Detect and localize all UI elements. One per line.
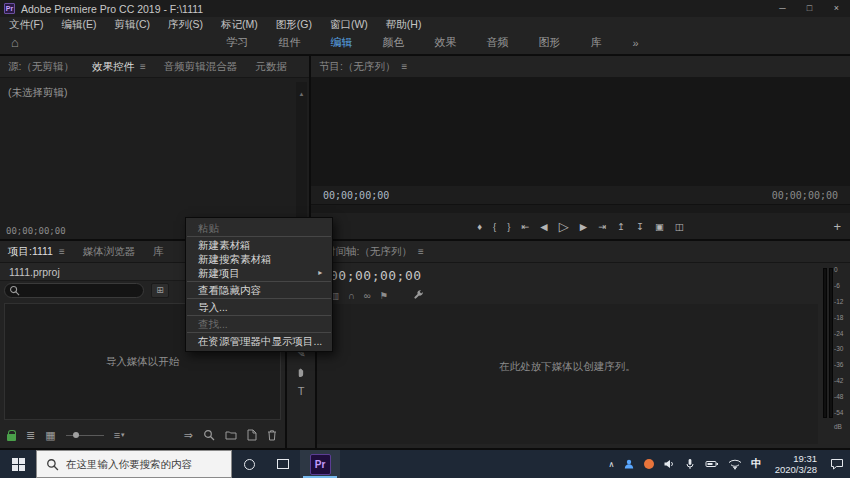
menu-help[interactable]: 帮助(H) — [377, 17, 431, 31]
program-scrubber[interactable] — [311, 204, 850, 213]
go-to-in-button[interactable]: ⇤ — [521, 221, 529, 232]
taskbar-search-box[interactable] — [36, 450, 232, 478]
hidden-icons-chevron[interactable]: ∧ — [608, 460, 614, 469]
panel-menu-icon[interactable]: ≡ — [59, 246, 65, 257]
snap-toggle[interactable]: ∩ — [348, 290, 355, 301]
context-item-reveal-in-explorer[interactable]: 在资源管理器中显示项目... — [186, 334, 332, 348]
lock-icon[interactable] — [7, 434, 16, 441]
microphone-icon[interactable] — [684, 458, 696, 470]
cortana-button[interactable] — [232, 450, 266, 478]
tab-audio-clip-mixer[interactable]: 音频剪辑混合器 — [164, 60, 238, 74]
taskbar-search-input[interactable] — [66, 458, 226, 470]
home-icon[interactable]: ⌂ — [11, 35, 19, 50]
menu-graphics[interactable]: 图形(G) — [267, 17, 321, 31]
speaker-icon[interactable] — [663, 458, 675, 470]
workspace-tab-editing[interactable]: 编辑 — [315, 35, 367, 50]
play-button[interactable]: ▷ — [559, 219, 569, 234]
workspace-tab-effects[interactable]: 效果 — [419, 35, 471, 50]
source-timecode[interactable]: 00;00;00;00 — [6, 226, 66, 236]
menu-sequence[interactable]: 序列(S) — [159, 17, 212, 31]
battery-icon[interactable] — [705, 459, 719, 469]
new-item-button[interactable] — [247, 429, 257, 441]
new-search-bin-from-query-button[interactable]: ⊞ — [151, 283, 169, 298]
action-center-icon[interactable] — [830, 458, 844, 470]
menu-markers[interactable]: 标记(M) — [212, 17, 267, 31]
zoom-slider[interactable] — [66, 435, 104, 436]
automate-to-sequence-button[interactable]: ⇒ — [184, 430, 193, 441]
mark-out-button[interactable]: } — [507, 221, 510, 232]
workspace-tab-graphics[interactable]: 图形 — [523, 35, 575, 50]
task-view-button[interactable] — [266, 450, 300, 478]
tab-media-browser[interactable]: 媒体浏览器 — [83, 245, 136, 259]
menu-clip[interactable]: 剪辑(C) — [105, 17, 159, 31]
workspace-overflow-icon[interactable]: » — [632, 37, 638, 49]
linked-selection-toggle[interactable]: ∞ — [364, 290, 371, 301]
menu-window[interactable]: 窗口(W) — [321, 17, 377, 31]
workspace-tab-assembly[interactable]: 组件 — [263, 35, 315, 50]
icon-view-button[interactable]: ▦ — [45, 430, 55, 441]
tab-program-monitor[interactable]: 节目:（无序列） — [319, 60, 395, 74]
step-back-button[interactable]: ◀ — [540, 221, 547, 232]
close-button[interactable]: × — [823, 0, 850, 17]
scrollbar[interactable]: ▲ — [296, 82, 307, 221]
context-item-new-bin[interactable]: 新建素材箱 — [186, 238, 332, 252]
timeline-track-area[interactable]: 在此处放下媒体以创建序列。 — [317, 304, 818, 444]
contacts-icon[interactable] — [623, 458, 635, 470]
program-info-row: 00;00;00;00 00;00;00;00 — [311, 186, 850, 204]
new-bin-button[interactable] — [225, 430, 237, 440]
maximize-button[interactable]: □ — [796, 0, 823, 17]
panel-menu-icon[interactable]: ≡ — [401, 61, 407, 72]
lift-button[interactable]: ↥ — [617, 221, 625, 232]
tab-libraries[interactable]: 库 — [153, 245, 164, 259]
context-item-view-hidden[interactable]: 查看隐藏内容 — [186, 283, 332, 297]
comparison-view-button[interactable]: ◫ — [675, 221, 684, 232]
step-forward-button[interactable]: ▶ — [580, 221, 587, 232]
list-view-button[interactable]: ≣ — [26, 430, 35, 441]
wifi-icon[interactable] — [728, 458, 742, 470]
zoom-slider-knob[interactable] — [73, 432, 79, 438]
tab-effect-controls[interactable]: 效果控件 — [92, 60, 134, 74]
project-search-input[interactable] — [4, 283, 144, 298]
extract-button[interactable]: ↧ — [636, 221, 644, 232]
workspace-tab-color[interactable]: 颜色 — [367, 35, 419, 50]
go-to-out-button[interactable]: ⇥ — [598, 221, 606, 232]
tray-app-icon[interactable] — [644, 459, 654, 469]
panel-menu-icon[interactable]: ≡ — [418, 246, 424, 257]
tab-metadata[interactable]: 元数据 — [255, 60, 287, 74]
mark-in-button[interactable]: { — [493, 221, 496, 232]
button-editor-button[interactable]: + — [833, 219, 841, 234]
effect-controls-panel: 源:（无剪辑） 效果控件 ≡ 音频剪辑混合器 元数据 (未选择剪辑) ▲ 00;… — [0, 56, 309, 239]
context-item-new-search-bin[interactable]: 新建搜索素材箱 — [186, 252, 332, 266]
tab-project[interactable]: 项目:1111 — [8, 245, 53, 259]
ime-indicator[interactable]: 中 — [751, 457, 762, 471]
add-marker-button[interactable]: ♦ — [477, 221, 482, 232]
type-tool[interactable]: T — [298, 386, 305, 397]
context-item-import[interactable]: 导入... — [186, 300, 332, 314]
sort-icons-button[interactable]: ≡ — [114, 430, 120, 441]
hand-tool[interactable] — [296, 367, 307, 378]
find-button[interactable] — [203, 429, 215, 441]
timeline-timecode[interactable]: 00;00;00;00 — [330, 268, 422, 283]
menu-edit[interactable]: 编辑(E) — [52, 17, 105, 31]
context-item-new-item[interactable]: 新建项目 ▸ — [186, 266, 332, 280]
workspace-tab-libraries[interactable]: 库 — [575, 35, 616, 50]
add-marker-button[interactable]: ⚑ — [380, 290, 389, 301]
taskbar-premiere-button[interactable]: Pr — [300, 450, 340, 478]
workspace-tab-learning[interactable]: 学习 — [211, 35, 263, 50]
scroll-up-icon[interactable]: ▲ — [299, 91, 305, 97]
program-current-timecode[interactable]: 00;00;00;00 — [323, 190, 389, 201]
menu-separator — [187, 298, 331, 299]
timeline-panel-tabs: 时间轴:（无序列） ≡ — [317, 241, 850, 263]
timeline-settings-icon[interactable] — [413, 289, 424, 302]
panel-menu-icon[interactable]: ≡ — [140, 61, 146, 72]
start-button[interactable] — [0, 450, 36, 478]
tab-source-monitor[interactable]: 源:（无剪辑） — [8, 60, 74, 74]
taskbar-clock[interactable]: 19:31 2020/3/28 — [775, 453, 817, 475]
minimize-button[interactable]: ─ — [769, 0, 796, 17]
workspace-tab-audio[interactable]: 音频 — [471, 35, 523, 50]
windows-logo-icon — [12, 458, 25, 471]
delete-button[interactable] — [267, 429, 277, 441]
menu-file[interactable]: 文件(F) — [0, 17, 52, 31]
tab-timeline[interactable]: 时间轴:（无序列） — [325, 245, 412, 259]
export-frame-button[interactable]: ▣ — [655, 221, 664, 232]
